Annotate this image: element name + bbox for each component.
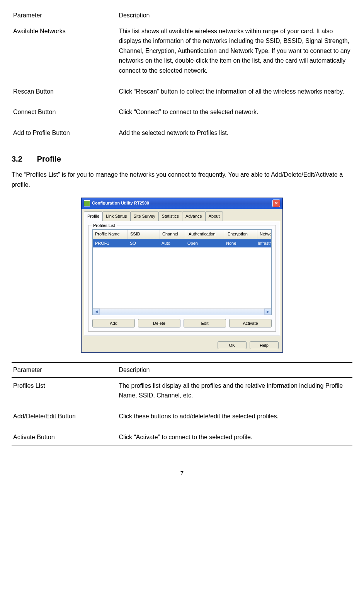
- table2-header-param: Parameter: [12, 363, 117, 378]
- dialog-button-row: OK Help: [82, 338, 282, 352]
- param-desc: Click these buttons to add/delete/edit t…: [117, 408, 352, 429]
- cell-ssid: SO: [128, 239, 159, 248]
- param-name: Connect Button: [12, 104, 117, 125]
- table-row: Profiles List The profiles list display …: [12, 377, 352, 408]
- scroll-right-icon[interactable]: ▶: [264, 309, 271, 315]
- activate-button[interactable]: Activate: [229, 319, 272, 327]
- cell-encryption: None: [224, 239, 255, 248]
- section-intro: The “Profiles List” is for you to manage…: [12, 170, 352, 189]
- col-profile-name[interactable]: Profile Name: [93, 230, 128, 239]
- cell-channel: Auto: [159, 239, 185, 248]
- param-name: Rescan Button: [12, 84, 117, 104]
- tab-link-status[interactable]: Link Status: [102, 211, 130, 222]
- cell-network-type: Infrastrucure: [255, 239, 271, 248]
- param-desc: Add the selected network to Profiles lis…: [117, 125, 352, 141]
- table-row: Add to Profile Button Add the selected n…: [12, 125, 352, 141]
- window-titlebar: Configuration Utility RT2500 ✕: [82, 198, 282, 209]
- section-number: 3.2: [12, 153, 35, 165]
- param-desc: The profiles list display all the profil…: [117, 377, 352, 408]
- tab-panel: Profiles List Profile Name SSID Channel …: [84, 221, 280, 336]
- app-icon: [84, 200, 90, 206]
- delete-button[interactable]: Delete: [138, 319, 180, 327]
- param-name: Available Networks: [12, 23, 117, 83]
- tab-about[interactable]: About: [205, 211, 223, 222]
- tab-site-survey[interactable]: Site Survey: [130, 211, 159, 222]
- action-button-row: Add Delete Edit Activate: [92, 319, 272, 327]
- parameter-table-1: Parameter Description Available Networks…: [12, 8, 352, 141]
- cell-authentication: Open: [185, 239, 224, 248]
- help-button[interactable]: Help: [250, 341, 279, 349]
- ok-button[interactable]: OK: [218, 341, 247, 349]
- param-desc: Click “Connect” to connect to the select…: [117, 104, 352, 125]
- profiles-groupbox: Profiles List Profile Name SSID Channel …: [88, 225, 276, 332]
- cell-profile-name: PROF1: [93, 239, 128, 248]
- config-window: Configuration Utility RT2500 ✕ Profile L…: [81, 198, 283, 353]
- scroll-track[interactable]: [100, 309, 264, 315]
- tab-statistics[interactable]: Statistics: [158, 211, 182, 222]
- add-button[interactable]: Add: [92, 319, 135, 327]
- screenshot-container: Configuration Utility RT2500 ✕ Profile L…: [12, 198, 352, 353]
- page-number: 7: [12, 469, 352, 478]
- col-ssid[interactable]: SSID: [128, 230, 160, 239]
- col-channel[interactable]: Channel: [160, 230, 186, 239]
- table1-header-desc: Description: [117, 8, 352, 23]
- param-name: Profiles List: [12, 377, 117, 408]
- col-encryption[interactable]: Encryption: [225, 230, 257, 239]
- groupbox-title: Profiles List: [92, 222, 117, 229]
- table-row: Available Networks This list shows all a…: [12, 23, 352, 83]
- table-row: Add/Delete/Edit Button Click these butto…: [12, 408, 352, 429]
- section-title: Profile: [37, 155, 61, 163]
- col-network-type[interactable]: Network Type: [257, 230, 271, 239]
- table2-header-desc: Description: [117, 363, 352, 378]
- list-header: Profile Name SSID Channel Authentication…: [93, 230, 271, 239]
- table-row: Rescan Button Click “Rescan” button to c…: [12, 84, 352, 104]
- tab-profile[interactable]: Profile: [84, 211, 103, 222]
- param-desc: Click “Rescan” button to collect the inf…: [117, 84, 352, 104]
- param-desc: Click “Activate” to connect to the selec…: [117, 429, 352, 445]
- edit-button[interactable]: Edit: [184, 319, 226, 327]
- horizontal-scrollbar[interactable]: ◀ ▶: [93, 308, 271, 315]
- tab-strip: Profile Link Status Site Survey Statisti…: [82, 209, 282, 221]
- param-name: Add/Delete/Edit Button: [12, 408, 117, 429]
- close-icon[interactable]: ✕: [272, 200, 280, 207]
- profiles-list[interactable]: Profile Name SSID Channel Authentication…: [92, 229, 272, 315]
- list-item[interactable]: PROF1 SO Auto Open None Infrastrucure: [93, 239, 271, 248]
- scroll-left-icon[interactable]: ◀: [93, 309, 100, 315]
- param-desc: This list shows all available wireless n…: [117, 23, 352, 83]
- col-authentication[interactable]: Authentication: [186, 230, 225, 239]
- window-title: Configuration Utility RT2500: [92, 200, 149, 207]
- param-name: Add to Profile Button: [12, 125, 117, 141]
- param-name: Activate Button: [12, 429, 117, 445]
- parameter-table-2: Parameter Description Profiles List The …: [12, 362, 352, 445]
- table-row: Connect Button Click “Connect” to connec…: [12, 104, 352, 125]
- table1-header-param: Parameter: [12, 8, 117, 23]
- table-row: Activate Button Click “Activate” to conn…: [12, 429, 352, 445]
- tab-advance[interactable]: Advance: [182, 211, 206, 222]
- section-heading: 3.2 Profile: [12, 153, 352, 165]
